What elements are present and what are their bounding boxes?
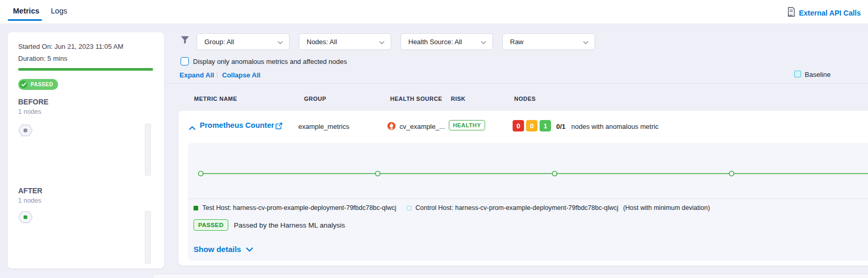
column-header-group: GROUP	[304, 96, 326, 102]
verdict-badge: PASSED	[194, 219, 228, 231]
anomalous-only-checkbox-label: Display only anomalous metrics and affec…	[193, 58, 347, 65]
health-source-filter-dropdown[interactable]: Health Source: All	[401, 33, 493, 50]
horizontal-scrollbar[interactable]	[154, 274, 868, 278]
after-node-count: 1 nodes	[18, 197, 41, 204]
risk-count-red: 0	[513, 120, 524, 131]
external-link-icon[interactable]	[275, 122, 282, 131]
started-on-text: Started On: Jun 21, 2023 11:05 AM	[18, 43, 123, 50]
status-badge: PASSED	[18, 79, 58, 90]
check-icon	[20, 81, 27, 88]
column-header-health-source: HEALTH SOURCE	[390, 96, 442, 102]
active-tab-underline	[8, 19, 42, 21]
verification-progress-bar	[18, 68, 153, 71]
group-filter-value: Group: All	[204, 38, 234, 46]
metric-timeline-chart[interactable]	[188, 143, 868, 198]
test-host-legend-label: Test Host: harness-cv-prom-example-deplo…	[202, 204, 396, 211]
anomalous-only-checkbox[interactable]	[181, 57, 189, 65]
column-header-metric-name: METRIC NAME	[194, 96, 237, 102]
metric-name-link[interactable]: Prometheus Counter	[200, 121, 274, 129]
prometheus-icon	[387, 122, 396, 133]
after-node-hexagon[interactable]	[18, 211, 33, 226]
column-header-nodes: NODES	[514, 96, 536, 102]
anomalous-nodes-text: nodes with anomalous metric	[571, 123, 658, 130]
health-source-value: cv_example_...	[399, 123, 445, 130]
test-host-legend-icon	[194, 206, 198, 210]
metric-row-card: Prometheus Counter example_metrics cv_ex…	[178, 111, 868, 266]
verdict-text: Passed by the Harness ML analysis	[234, 221, 345, 229]
risk-count-green: 1	[540, 120, 551, 131]
filter-funnel-icon	[181, 36, 189, 46]
risk-count-amber: 0	[526, 120, 538, 131]
show-details-label: Show details	[194, 245, 241, 254]
column-header-risk: RISK	[451, 96, 465, 102]
chevron-down-icon	[583, 38, 588, 46]
chart-divider	[188, 198, 868, 199]
metric-group-value: example_metrics	[298, 123, 349, 130]
verdict-row: PASSED Passed by the Harness ML analysis	[194, 219, 345, 231]
sidebar-scrollbar[interactable]	[145, 124, 151, 176]
chevron-down-icon	[481, 38, 486, 46]
sidebar-scrollbar[interactable]	[145, 211, 151, 264]
before-section-title: BEFORE	[18, 98, 48, 106]
external-api-calls-label: External API Calls	[799, 9, 861, 17]
top-bar	[0, 0, 868, 23]
nodes-filter-dropdown[interactable]: Nodes: All	[299, 33, 391, 50]
health-source-filter-value: Health Source: All	[408, 38, 462, 46]
metric-analysis-panel: Test Host: harness-cv-prom-example-deplo…	[188, 143, 868, 261]
api-document-icon: API	[787, 7, 795, 19]
chevron-down-icon	[379, 38, 384, 46]
svg-text:API: API	[788, 14, 792, 17]
baseline-legend-icon[interactable]	[794, 71, 801, 77]
before-node-hexagon[interactable]	[18, 124, 33, 139]
data-type-value: Raw	[510, 38, 523, 46]
show-details-link[interactable]: Show details	[194, 245, 253, 254]
expand-all-link[interactable]: Expand All	[180, 71, 214, 79]
status-badge-label: PASSED	[31, 82, 53, 87]
after-section-title: AFTER	[18, 187, 43, 195]
data-type-dropdown[interactable]: Raw	[502, 33, 595, 50]
chart-legend: Test Host: harness-cv-prom-example-deplo…	[194, 204, 710, 211]
verification-summary-card: Started On: Jun 21, 2023 11:05 AM Durati…	[8, 32, 164, 269]
tab-metrics[interactable]: Metrics	[13, 7, 39, 15]
section-divider	[164, 83, 868, 84]
external-api-calls-link[interactable]: API External API Calls	[787, 7, 861, 19]
baseline-legend-label: Baseline	[805, 71, 831, 78]
duration-text: Duration: 5 mins	[18, 55, 67, 62]
links-separator: |	[216, 71, 218, 78]
control-host-note: (Host with minimum deviation)	[623, 204, 710, 211]
chevron-down-icon	[278, 38, 283, 46]
risk-status-badge: HEALTHY	[449, 120, 485, 130]
tab-logs[interactable]: Logs	[51, 7, 67, 15]
anomalous-nodes-ratio: 0/1	[556, 123, 566, 130]
before-node-count: 1 nodes	[18, 108, 41, 115]
nodes-filter-value: Nodes: All	[307, 38, 337, 46]
control-host-legend-icon	[407, 206, 411, 210]
control-host-legend-label: Control Host: harness-cv-prom-example-de…	[416, 204, 618, 211]
collapse-all-link[interactable]: Collapse All	[222, 71, 260, 79]
collapse-row-chevron-up-icon[interactable]	[189, 123, 196, 133]
group-filter-dropdown[interactable]: Group: All	[197, 33, 290, 50]
chevron-down-icon	[246, 245, 253, 254]
